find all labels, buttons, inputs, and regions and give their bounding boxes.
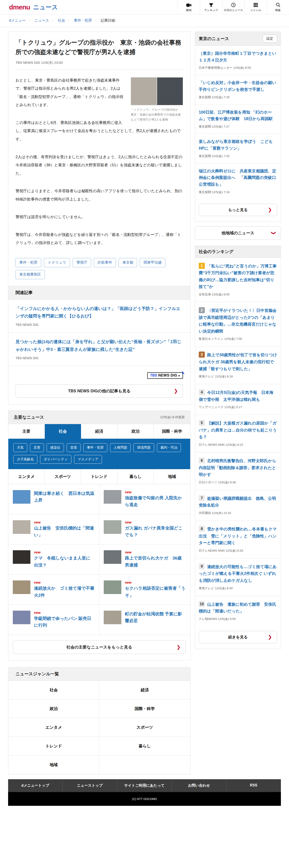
topic-chip[interactable]: 環境問題 [134, 443, 154, 452]
ranking-item[interactable]: 9連続放火の可能性も…ゴミ捨て場にあったゴミが燃える不審火2件相次ぐ いずれも消… [195, 558, 281, 596]
category-tab[interactable]: 社会 [45, 424, 81, 439]
nav-today[interactable]: 今日のニュース [222, 0, 245, 14]
breadcrumb-link[interactable]: dメニュー [9, 18, 26, 23]
news-item[interactable]: new 強盗致傷で勾留の男 入院先から逃走 [99, 484, 190, 515]
topic-chip[interactable]: マスメディア [74, 455, 102, 464]
tag-button[interactable]: 関東甲信越 [140, 258, 166, 267]
category-tab[interactable]: エンタメ [8, 469, 45, 484]
footer-link[interactable]: お問い合わせ [172, 779, 226, 792]
ranking-item[interactable]: 3路上で38歳男性が包丁で首を切りつけられ大ケガ 36歳男を殺人未遂の現行犯で逮… [195, 346, 281, 384]
ranking-item-title[interactable]: 盗撮疑い県議辞職願提出 徳島、公明党除名処分 [199, 496, 276, 508]
tokyo-news-item[interactable]: 100日前、江戸博改装を周知 「幻のホーム」で飲食や遊び体験 18日から両国駅 … [195, 104, 281, 134]
news-item[interactable]: new 路上で首切られ大ケガ 36歳男逮捕 [99, 545, 190, 575]
news-item[interactable]: new 連続放火か ゴミ捨て場で不審火2件 [8, 575, 99, 605]
other-regions-button[interactable]: 他地域のニュース ❯ [195, 226, 281, 240]
ranking-item-title[interactable]: 【解説】大規模ガス漏れの原因か「ガバナ」の異常とは…自分の街でも起こりうる？ [199, 421, 277, 439]
news-item[interactable]: new セクハラ相談否定に被害者「うそ」 [99, 575, 190, 605]
article-photo[interactable] [131, 77, 183, 105]
related-article[interactable]: 「インフルにかかる人・かからない人の違いは？」「医師はどう予防？」インフルエンザ… [8, 300, 190, 333]
related-article-title[interactable]: 「インフルにかかる人・かからない人の違いは？」「医師はどう予防？」インフルエンザ… [15, 305, 183, 320]
tag-button[interactable]: トクリュウ [44, 258, 70, 267]
tokyo-news-item[interactable]: 瑞江の火葬料ゼロに 共産東京都議団、定例会に条例案提出へ 「高騰問題の突破口 公… [195, 163, 281, 199]
category-tab[interactable]: 経済 [81, 424, 117, 439]
tag-button[interactable]: 東京都豊島区 [15, 270, 45, 279]
nav-ranking[interactable]: ランキング [200, 0, 222, 14]
tokyo-news-item-title[interactable]: 瑞江の火葬料ゼロに 共産東京都議団、定例会に条例案提出へ 「高騰問題の突破口 公… [199, 168, 277, 188]
news-item[interactable]: new ガス漏れ ガバナ異常全国どこでも？ [99, 515, 190, 545]
settings-button[interactable]: 設定 [263, 35, 277, 42]
ranking-item[interactable]: 5【解説】大規模ガス漏れの原因か「ガバナ」の異常とは…自分の街でも起こりうる？ … [195, 414, 281, 452]
genre-cell[interactable]: エンタメ [8, 718, 99, 737]
tokyo-news-item-title[interactable]: 楽しみながら東京都政を学ぼう こどもHPに「算数マラソン」 [199, 138, 277, 152]
ranking-item[interactable]: 8雪かき中の男性襲われ…冬本番もクマ出没 雪に「メリット」と「危険性」ハンターと… [195, 521, 281, 558]
tbs-news-dig-logo[interactable]: TBS NEWS DIG ⩔ [147, 372, 183, 379]
provider-more-button[interactable]: TBS NEWS DIGの他の記事も見る ❯ [15, 384, 183, 398]
category-tab[interactable]: スポーツ [45, 469, 81, 484]
news-item[interactable]: new 山上被告 安倍氏標的は「間違い」 [8, 515, 99, 545]
tokyo-news-item-title[interactable]: （東京）国分寺市南町１丁目でつきまとい １２月４日夕方 [199, 50, 277, 64]
tag-button[interactable]: 事件・犯罪 [15, 258, 41, 267]
genre-cell[interactable]: スポーツ [99, 718, 190, 737]
genre-cell[interactable]: 社会 [8, 681, 99, 700]
category-tab[interactable]: 地域 [154, 469, 190, 484]
ranking-item[interactable]: 7盗撮疑い県議辞職願提出 徳島、公明党除名処分 共同通信 12/4(木) 22:… [195, 490, 281, 521]
tokyo-news-item-title[interactable]: 100日前、江戸博改装を周知 「幻のホーム」で飲食や遊び体験 18日から両国駅 [199, 109, 277, 122]
news-item-title[interactable]: セクハラ相談否定に被害者「うそ」 [125, 585, 186, 599]
genre-cell[interactable]: トレンド [8, 737, 99, 755]
nav-video[interactable]: 動画 [178, 0, 200, 14]
topic-chip[interactable]: 裁判・司法 [157, 443, 181, 452]
footer-link[interactable]: dメニュートップ [8, 779, 63, 792]
related-article[interactable]: 見つかった娘(14)の遺体には「身を守れ」と父が願い伝えた“長袖・長ズボン”「1… [8, 333, 190, 366]
footer-link[interactable]: RSS [226, 779, 281, 792]
news-item[interactable]: new クマ 冬眠しないまま人里に出没？ [8, 545, 99, 575]
category-tab[interactable]: 政治 [117, 424, 154, 439]
ranking-item-title[interactable]: 路上で38歳男性が包丁で首を切りつけられ大ケガ 36歳男を殺人未遂の現行犯で逮捕… [199, 353, 277, 371]
category-tab[interactable]: 暮らし [117, 469, 154, 484]
topic-chip[interactable]: ダイバーシティ [40, 455, 71, 464]
news-item-title[interactable]: 連続放火か ゴミ捨て場で不審火2件 [34, 585, 95, 599]
nav-search[interactable]: 検索 [267, 0, 289, 14]
related-article-title[interactable]: 見つかった娘(14)の遺体には「身を守れ」と父が願い伝えた“長袖・長ズボン”「1… [15, 338, 183, 353]
category-tab[interactable]: トレンド [81, 469, 117, 484]
genre-cell[interactable]: 地域 [8, 755, 99, 774]
tag-button[interactable]: 東京都 [119, 258, 137, 267]
category-tab[interactable]: 国際・科学 [154, 424, 190, 439]
tokyo-news-item[interactable]: （東京）国分寺市南町１丁目でつきまとい １２月４日夕方 日本不審者情報センター … [195, 46, 281, 75]
site-logo[interactable]: dmenu ニュース [9, 0, 58, 14]
news-item-title[interactable]: 町の貯金が枯渇状態 予算に影響必至 [125, 611, 186, 624]
nav-genre[interactable]: ジャンル [245, 0, 267, 14]
tokyo-news-item[interactable]: 「いじめ反対」小金井一中・生徒会の願い 手作りピンクリボンを校舎で手渡し 東京新… [195, 75, 281, 104]
ranking-item-title[interactable]: 北村晴男氏衝撃告白、河野太郎氏から内容証明「動画削除＆謝罪」要求されたと明かす [199, 459, 276, 477]
tokyo-more-button[interactable]: もっと見る ❯ [199, 204, 277, 216]
ranking-item[interactable]: 4今日12月5日(金)の天気予報 日本海側で雪や雨 太平洋側は晴れ間も ウェザー… [195, 384, 281, 414]
news-item[interactable]: 町の貯金が枯渇状態 予算に影響必至 [99, 605, 190, 635]
tag-button[interactable]: 警視庁 [73, 258, 91, 267]
footer-link[interactable]: サイトご利用にあたって [117, 779, 172, 792]
ranking-item-title[interactable]: 連続放火の可能性も…ゴミ捨て場にあったゴミが燃える不審火2件相次ぐ いずれも消防… [199, 564, 277, 583]
ranking-item[interactable]: 6北村晴男氏衝撃告白、河野太郎氏から内容証明「動画削除＆謝罪」要求されたと明かす… [195, 452, 281, 490]
topic-chip[interactable]: 天気 [13, 443, 27, 452]
news-item-title[interactable]: 関東は寒さ続く 西日本は気温上昇 [34, 490, 95, 504]
topic-chip[interactable]: 災害 [30, 443, 44, 452]
ranking-item[interactable]: 2〈習近平がイラついた！〉日中首脳会談で高市総理周辺がとった2つの「あまりに軽率… [195, 302, 281, 346]
topic-chip[interactable]: 少子高齢化 [13, 455, 37, 464]
more-social-news-button[interactable]: 社会の主要なニュースをもっと見る ❯ [13, 641, 186, 654]
genre-cell[interactable]: 国際・科学 [99, 700, 190, 718]
genre-cell[interactable]: 政治 [8, 700, 99, 718]
news-item-title[interactable]: 学級閉鎖で余ったパン 販売日に行列 [34, 615, 95, 629]
topic-chip[interactable]: 感染症 [46, 443, 64, 452]
news-item-title[interactable]: 山上被告 安倍氏標的は「間違い」 [34, 525, 95, 538]
tokyo-news-item-title[interactable]: 「いじめ反対」小金井一中・生徒会の願い 手作りピンクリボンを校舎で手渡し [199, 80, 277, 93]
ranking-item-title[interactable]: 山上被告 遺族に初めて謝罪 安倍氏標的は「間違いだった」 [199, 602, 276, 614]
news-item[interactable]: new 学級閉鎖で余ったパン 販売日に行列 [8, 605, 99, 635]
topic-chip[interactable]: 人権問題 [110, 443, 131, 452]
topic-chip[interactable]: 皇室 [67, 443, 81, 452]
tag-button[interactable]: 詐欺事件 [94, 258, 116, 267]
ranking-more-button[interactable]: 続きを見る ❯ [199, 631, 277, 643]
ranking-item[interactable]: 1「私らに“死ね”と言うのか」万博工事費“3千万円未払い”被害の下請け業者が悲痛… [195, 258, 281, 302]
category-tab[interactable]: 主要 [8, 424, 45, 439]
news-item-title[interactable]: ガス漏れ ガバナ異常全国どこでも？ [125, 525, 186, 538]
ranking-item-title[interactable]: 「私らに“死ね”と言うのか」万博工事費“3千万円未払い”被害の下請け業者が悲痛の… [199, 264, 277, 289]
ranking-item-title[interactable]: 雪かき中の男性襲われ…冬本番もクマ出没 雪に「メリット」と「危険性」ハンターと専… [199, 527, 277, 545]
news-item-title[interactable]: クマ 冬眠しないまま人里に出没？ [34, 555, 95, 568]
